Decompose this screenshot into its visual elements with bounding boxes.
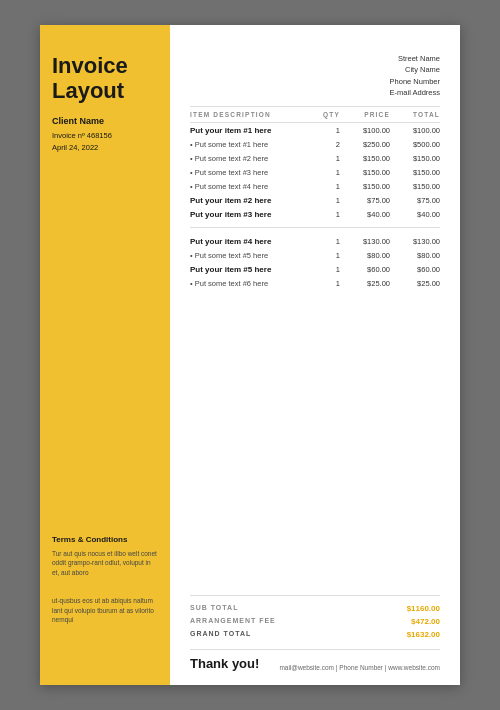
left-panel: Invoice Layout Client Name Invoice nº 46… [40,25,170,685]
invoice-number: Invoice nº 468156 [52,130,158,142]
grand-value: $1632.00 [390,630,440,639]
email-address: E-mail Address [390,87,440,98]
table-row: Put some text #5 here1$80.00$80.00 [190,248,440,262]
item-qty: 1 [300,196,340,205]
item-name: Put your item #2 here [190,196,300,205]
item-price: $25.00 [340,279,390,288]
items-section: ITEM DESCRIPTION QTY PRICE TOTAL Put you… [190,98,440,591]
item-price: $150.00 [340,182,390,191]
item-name: Put your item #1 here [190,126,300,135]
col-price: PRICE [340,111,390,118]
footer: Thank you! mail@website.com | Phone Numb… [190,649,440,671]
item-name: Put your item #5 here [190,265,300,274]
item-group-1: Put your item #1 here1$100.00$100.00Put … [190,123,440,221]
sub-item-name: Put some text #1 here [190,140,300,149]
invoice-meta: Invoice nº 468156 April 24, 2022 [40,126,170,154]
street-name: Street Name [390,53,440,64]
item-price: $100.00 [340,126,390,135]
phone-number: Phone Number [390,76,440,87]
item-qty: 1 [300,168,340,177]
item-total: $150.00 [390,154,440,163]
item-qty: 1 [300,182,340,191]
item-price: $75.00 [340,196,390,205]
item-price: $130.00 [340,237,390,246]
item-qty: 1 [300,154,340,163]
item-price: $80.00 [340,251,390,260]
item-total: $150.00 [390,182,440,191]
item-total: $130.00 [390,237,440,246]
sub-item-name: Put some text #2 here [190,154,300,163]
terms-title: Terms & Conditions [52,535,158,544]
item-price: $40.00 [340,210,390,219]
invoice-date: April 24, 2022 [52,142,158,154]
item-qty: 1 [300,279,340,288]
invoice-page: Invoice Layout Client Name Invoice nº 46… [40,25,460,685]
subtotal-value: $1160.00 [390,604,440,613]
item-price: $60.00 [340,265,390,274]
item-total: $150.00 [390,168,440,177]
table-row: Put your item #2 here1$75.00$75.00 [190,193,440,207]
table-row: Put some text #6 here1$25.00$25.00 [190,276,440,290]
col-description: ITEM DESCRIPTION [190,111,300,118]
table-row: Put your item #3 here1$40.00$40.00 [190,207,440,221]
terms-paragraph-2: ut-qusbus eos ut ab abiquis naltum lant … [52,596,158,625]
invoice-title: Invoice Layout [40,25,170,104]
item-total: $25.00 [390,279,440,288]
item-price: $150.00 [340,168,390,177]
item-qty: 1 [300,126,340,135]
sub-item-name: Put some text #6 here [190,279,300,288]
grand-label: GRAND TOTAL [190,630,390,639]
sub-item-name: Put some text #5 here [190,251,300,260]
item-qty: 1 [300,251,340,260]
totals-section: SUB TOTAL $1160.00 ARRANGEMENT FEE $472.… [190,595,440,641]
col-qty: QTY [300,111,340,118]
table-header: ITEM DESCRIPTION QTY PRICE TOTAL [190,106,440,123]
terms-paragraph-1: Tur aut quis nocus et illbo welt conet o… [52,549,158,578]
table-row: Put your item #4 here1$130.00$130.00 [190,234,440,248]
item-total: $500.00 [390,140,440,149]
item-qty: 2 [300,140,340,149]
table-row: Put your item #5 here1$60.00$60.00 [190,262,440,276]
item-total: $80.00 [390,251,440,260]
table-row: Put some text #4 here1$150.00$150.00 [190,179,440,193]
sub-item-name: Put some text #4 here [190,182,300,191]
item-total: $60.00 [390,265,440,274]
address-block: Street Name City Name Phone Number E-mai… [390,53,440,98]
item-name: Put your item #3 here [190,210,300,219]
table-row: Put some text #2 here1$150.00$150.00 [190,151,440,165]
group-divider [190,227,440,228]
subtotal-label: SUB TOTAL [190,604,390,613]
contact-info: mail@website.com | Phone Number | www.we… [279,664,440,671]
table-row: Put some text #1 here2$250.00$500.00 [190,137,440,151]
item-total: $75.00 [390,196,440,205]
right-panel: Street Name City Name Phone Number E-mai… [170,25,460,685]
item-total: $40.00 [390,210,440,219]
thank-you-text: Thank you! [190,656,259,671]
item-name: Put your item #4 here [190,237,300,246]
arrangement-row: ARRANGEMENT FEE $472.00 [190,615,440,628]
item-total: $100.00 [390,126,440,135]
sub-item-name: Put some text #3 here [190,168,300,177]
subtotal-row: SUB TOTAL $1160.00 [190,602,440,615]
title-text: Invoice Layout [52,53,158,104]
table-row: Put some text #3 here1$150.00$150.00 [190,165,440,179]
arrangement-label: ARRANGEMENT FEE [190,617,390,626]
city-name: City Name [390,64,440,75]
item-qty: 1 [300,237,340,246]
item-group-2: Put your item #4 here1$130.00$130.00Put … [190,234,440,290]
item-price: $250.00 [340,140,390,149]
grand-total-row: GRAND TOTAL $1632.00 [190,628,440,641]
table-row: Put your item #1 here1$100.00$100.00 [190,123,440,137]
arrangement-value: $472.00 [390,617,440,626]
header-address: Street Name City Name Phone Number E-mai… [190,53,440,98]
item-price: $150.00 [340,154,390,163]
terms-box: Terms & Conditions Tur aut quis nocus et… [40,535,170,626]
col-total: TOTAL [390,111,440,118]
client-name: Client Name [40,116,170,126]
item-qty: 1 [300,265,340,274]
item-qty: 1 [300,210,340,219]
